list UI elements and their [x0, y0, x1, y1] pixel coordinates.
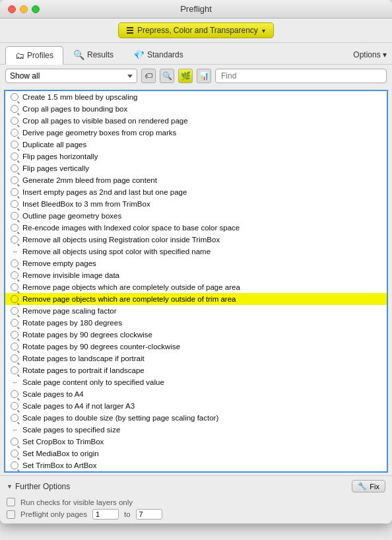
- further-options-label: Further Options: [15, 482, 70, 491]
- chart-icon[interactable]: 📊: [197, 69, 211, 83]
- item-label: Re-encode images with Indexed color spac…: [22, 224, 240, 232]
- item-icon: [9, 294, 20, 304]
- filter-row: Show all 🏷 🔍 🌿 📊: [0, 65, 392, 87]
- item-icon: [9, 187, 20, 197]
- options-button[interactable]: Options ▾: [353, 50, 387, 59]
- list-item[interactable]: Inset BleedBox to 3 mm from TrimBox: [5, 198, 387, 210]
- list-item[interactable]: Rotate pages to landscape if portrait: [5, 353, 387, 364]
- item-icon: [9, 436, 20, 447]
- item-label: Remove page objects which are completely…: [22, 295, 236, 303]
- item-label: Rotate pages by 90 degrees clockwise: [22, 331, 152, 339]
- run-checks-checkbox[interactable]: [7, 498, 15, 506]
- maximize-button[interactable]: [32, 5, 40, 13]
- list-item[interactable]: Rotate pages by 90 degrees counter-clock…: [5, 341, 387, 353]
- list-item[interactable]: Remove page scaling factor: [5, 305, 387, 317]
- tab-results[interactable]: 🔍 Results: [63, 46, 123, 64]
- minimize-button[interactable]: [20, 5, 28, 13]
- page-to-input[interactable]: [136, 509, 162, 520]
- item-icon: [9, 151, 20, 162]
- list-item[interactable]: Rotate pages to portrait if landscape: [5, 364, 387, 376]
- fix-label: Fix: [370, 483, 379, 490]
- list-item[interactable]: Insert empty pages as 2nd and last but o…: [5, 186, 387, 198]
- list-item[interactable]: Derive page geometry boxes from crop mar…: [5, 127, 387, 139]
- list-item[interactable]: Generate 2mm bleed from page content: [5, 174, 387, 186]
- page-from-input[interactable]: [92, 509, 119, 520]
- preflight-pages-checkbox[interactable]: [7, 510, 15, 519]
- item-label: Inset BleedBox to 3 mm from TrimBox: [22, 200, 150, 208]
- items-list[interactable]: Create 1.5 mm bleed by upscalingCrop all…: [4, 90, 388, 473]
- item-label: Create 1.5 mm bleed by upscaling: [22, 93, 138, 101]
- find-input[interactable]: [215, 69, 387, 83]
- list-item[interactable]: Rotate pages by 180 degrees: [5, 317, 387, 329]
- item-icon: [9, 282, 20, 292]
- item-label: Scale page content only to specified val…: [22, 378, 164, 386]
- collapse-icon[interactable]: ▼: [7, 483, 13, 490]
- item-icon: [9, 270, 20, 281]
- item-icon: [9, 92, 20, 102]
- list-item[interactable]: ···Scale pages to specified size: [5, 424, 387, 436]
- fix-button[interactable]: 🔧 Fix: [352, 480, 385, 492]
- list-item[interactable]: Set TrimBox to CropBox: [5, 471, 387, 473]
- tab-profiles[interactable]: 🗂 Profiles: [5, 46, 63, 65]
- item-label: Scale pages to A4: [22, 390, 84, 398]
- list-item[interactable]: Crop all pages to visible based on rende…: [5, 115, 387, 127]
- search-tool-icon[interactable]: 🔍: [160, 69, 174, 83]
- item-icon: [9, 258, 20, 269]
- item-label: Remove invisible image data: [22, 271, 119, 279]
- item-label: Scale pages to specified size: [22, 426, 120, 434]
- list-item[interactable]: Flip pages vertically: [5, 162, 387, 174]
- tabs-row: 🗂 Profiles 🔍 Results 💎 Standards Options…: [0, 43, 392, 65]
- item-icon: [9, 365, 20, 376]
- list-item[interactable]: Rotate pages by 90 degrees clockwise: [5, 329, 387, 341]
- item-label: Duplicate all pages: [22, 141, 86, 149]
- list-item[interactable]: ···Scale page content only to specified …: [5, 376, 387, 388]
- run-checks-label: Run checks for visible layers only: [20, 498, 133, 506]
- list-item[interactable]: Set MediaBox to origin: [5, 448, 387, 459]
- list-item[interactable]: Scale pages to A4: [5, 388, 387, 400]
- item-label: Insert empty pages as 2nd and last but o…: [22, 188, 187, 196]
- further-options-section: ▼ Further Options 🔧 Fix Run checks for v…: [0, 475, 392, 523]
- item-label: Derive page geometry boxes from crop mar…: [22, 129, 176, 137]
- window: Preflight Prepress, Color and Transparen…: [0, 0, 392, 523]
- list-item[interactable]: Scale pages to A4 if not larger A3: [5, 400, 387, 412]
- tab-standards[interactable]: 💎 Standards: [123, 46, 193, 64]
- window-title: Preflight: [180, 4, 212, 14]
- item-icon: [9, 175, 20, 186]
- show-all-select[interactable]: Show all: [5, 69, 137, 83]
- list-item[interactable]: Re-encode images with Indexed color spac…: [5, 222, 387, 234]
- list-item[interactable]: Crop all pages to bounding box: [5, 103, 387, 115]
- item-label: Remove page objects which are completely…: [22, 283, 240, 291]
- topbar: Prepress, Color and Transparency ▾: [0, 18, 392, 43]
- item-label: Remove empty pages: [22, 259, 96, 267]
- list-item[interactable]: Duplicate all pages: [5, 139, 387, 151]
- profile-dropdown[interactable]: Prepress, Color and Transparency ▾: [118, 22, 274, 38]
- wrench-icon: 🔧: [358, 482, 367, 490]
- further-options-title: ▼ Further Options: [7, 482, 70, 491]
- list-item[interactable]: Remove empty pages: [5, 257, 387, 269]
- tag-icon[interactable]: 🏷: [141, 69, 156, 83]
- list-item[interactable]: Set TrimBox to ArtBox: [5, 459, 387, 471]
- list-item[interactable]: Remove page objects which are completely…: [5, 293, 387, 305]
- item-icon: [9, 116, 20, 126]
- list-item[interactable]: Create 1.5 mm bleed by upscaling: [5, 91, 387, 103]
- window-buttons: [8, 5, 40, 13]
- run-checks-row: Run checks for visible layers only: [7, 498, 385, 506]
- list-item[interactable]: ···Remove all objects using spot color w…: [5, 246, 387, 257]
- list-item[interactable]: Scale pages to double size (by setting p…: [5, 412, 387, 424]
- item-label: Scale pages to double size (by setting p…: [22, 414, 218, 422]
- item-label: Remove all objects using Registration co…: [22, 236, 220, 244]
- list-item[interactable]: Remove invisible image data: [5, 269, 387, 281]
- item-label: Set CropBox to TrimBox: [22, 438, 104, 446]
- list-item[interactable]: Outline page geometry boxes: [5, 210, 387, 222]
- list-item[interactable]: Flip pages horizontally: [5, 151, 387, 162]
- item-icon: [9, 353, 20, 364]
- leaf-icon[interactable]: 🌿: [178, 69, 193, 83]
- list-item[interactable]: Remove all objects using Registration co…: [5, 234, 387, 246]
- list-item[interactable]: Remove page objects which are completely…: [5, 281, 387, 293]
- standards-icon: 💎: [133, 50, 145, 60]
- dropdown-arrow: ▾: [262, 27, 265, 34]
- item-icon: [9, 211, 20, 221]
- options-rows: Run checks for visible layers only Prefl…: [7, 498, 385, 520]
- list-item[interactable]: Set CropBox to TrimBox: [5, 436, 387, 448]
- close-button[interactable]: [8, 5, 16, 13]
